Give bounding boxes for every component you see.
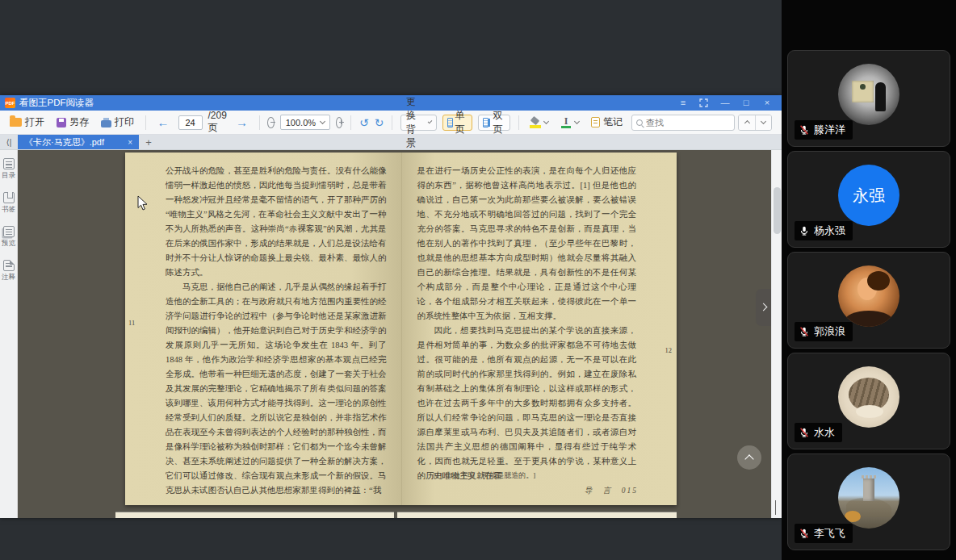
app-logo-icon: PDF xyxy=(5,98,15,108)
menu-icon[interactable]: ≡ xyxy=(678,98,688,107)
participant-tile[interactable]: 郭浪浪 xyxy=(787,252,950,349)
participant-name: 郭浪浪 xyxy=(814,324,845,339)
prev-page-button[interactable]: ← xyxy=(154,115,173,129)
save-as-label: 另存 xyxy=(69,115,89,129)
avatar-tower-shape xyxy=(863,479,874,501)
zoom-out-icon[interactable] xyxy=(267,117,274,128)
avatar xyxy=(838,366,899,428)
minimize-icon[interactable]: — xyxy=(720,98,730,107)
scroll-to-top-button[interactable] xyxy=(737,445,761,470)
close-icon[interactable]: × xyxy=(762,98,772,107)
toc-label: 目录 xyxy=(2,171,15,181)
participant-name-pill: 杨永强 xyxy=(795,221,853,240)
zoom-in-icon[interactable] xyxy=(336,117,342,128)
change-background-button[interactable]: 更换背景 xyxy=(400,115,437,131)
avatar-hair-shape xyxy=(867,271,890,290)
mic-muted-icon xyxy=(799,124,810,136)
footnote: [1][ 出处不明，可能是臆造的。] xyxy=(434,470,536,481)
next-page-button[interactable]: → xyxy=(233,115,251,129)
margin-number: 11 xyxy=(128,319,135,327)
new-tab-button[interactable]: + xyxy=(139,135,158,149)
double-page-button[interactable]: 双页 xyxy=(478,115,510,131)
underline-text-button[interactable]: I xyxy=(557,115,582,131)
participant-tile[interactable]: 永强 杨永强 xyxy=(787,151,950,248)
participant-panel: 滕洋洋 永强 杨永强 xyxy=(782,0,956,560)
participant-tile[interactable]: 李飞飞 xyxy=(787,453,950,550)
page-number-input[interactable] xyxy=(178,115,203,130)
tab-label: 《卡尔·马克思》.pdf xyxy=(24,136,123,148)
participant-name-pill: 郭浪浪 xyxy=(795,322,853,341)
rotate-right-icon[interactable]: ↻ xyxy=(375,116,384,129)
chevron-down-icon xyxy=(427,119,432,124)
flip-next-page-button[interactable] xyxy=(756,289,771,326)
avatar xyxy=(838,64,899,125)
separator xyxy=(392,115,392,130)
titlebar[interactable]: PDF 看图王PDF阅读器 ≡ — □ × xyxy=(0,95,782,111)
separator xyxy=(145,115,146,130)
rotate-left-icon[interactable]: ↺ xyxy=(359,116,369,129)
separator xyxy=(259,115,260,130)
sidebar-item-toc[interactable]: 目录 xyxy=(2,158,15,181)
pdf-reader-window: PDF 看图王PDF阅读器 ≡ — □ × 打开 另存 xyxy=(0,95,782,518)
paragraph: 公开战斗的危险，甚至是胜利的危险与责任。没有什么能像懦弱一样激起他的愤怒，因此他… xyxy=(166,164,387,280)
avatar-painting-shape xyxy=(852,81,874,102)
zoom-level-select[interactable]: 100.0% xyxy=(280,115,330,130)
next-page-top-left xyxy=(115,512,394,518)
single-page-icon xyxy=(447,118,453,127)
chevron-down-icon xyxy=(574,119,580,124)
page-spine-divider xyxy=(401,153,403,505)
paragraph: 马克思，据他自己的阐述，几乎是从偶然的缘起着手打造他的全新工具的；在与政府就只有… xyxy=(166,280,387,498)
sidebar-item-preview[interactable]: 预览 xyxy=(2,226,15,249)
search-input[interactable] xyxy=(646,118,719,127)
collapse-sidebar-icon[interactable]: ⟨| xyxy=(0,135,18,149)
note-button[interactable]: 笔记 xyxy=(588,113,626,132)
underline-text-icon: I xyxy=(560,117,572,128)
highlighter-button[interactable] xyxy=(526,115,551,131)
scrollbar-thumb[interactable] xyxy=(774,187,781,234)
avatar-initials: 永强 xyxy=(853,185,885,207)
page-spread: 11 公开战斗的危险，甚至是胜利的危险与责任。没有什么能像懦弱一样激起他的愤怒，… xyxy=(125,153,677,505)
preview-label: 预览 xyxy=(2,239,15,249)
save-as-button[interactable]: 另存 xyxy=(53,113,92,132)
print-button[interactable]: 打印 xyxy=(98,113,137,132)
chevron-down-icon xyxy=(543,119,549,124)
participant-tile[interactable]: 滕洋洋 xyxy=(787,50,950,147)
paragraph: 是在进行一场历史公正性的表演，是在向每个人归还他应得的东西”，据称他曾这样高尚地… xyxy=(417,164,637,324)
open-button[interactable]: 打开 xyxy=(6,113,48,132)
maximize-icon[interactable]: □ xyxy=(741,98,751,107)
sidebar-item-bookmarks[interactable]: 书签 xyxy=(2,192,15,215)
side-rail: 目录 书签 预览 注释 xyxy=(0,150,18,518)
note-icon xyxy=(591,117,600,127)
folder-icon xyxy=(10,118,22,127)
single-page-button[interactable]: 单页 xyxy=(442,115,472,131)
avatar-figure-shape xyxy=(875,82,886,111)
tab-karl-marx-pdf[interactable]: 《卡尔·马克思》.pdf × xyxy=(18,135,139,149)
fullscreen-icon[interactable] xyxy=(699,98,709,107)
participant-name: 水水 xyxy=(814,425,835,440)
participant-name-pill: 水水 xyxy=(795,423,842,442)
note-label: 笔记 xyxy=(603,115,623,129)
search-prev-button[interactable] xyxy=(739,115,755,130)
vertical-scrollbar[interactable] xyxy=(771,150,782,518)
toc-icon xyxy=(3,158,15,169)
participant-tile[interactable]: 水水 xyxy=(787,353,950,449)
page-left: 11 公开战斗的危险，甚至是胜利的危险与责任。没有什么能像懦弱一样激起他的愤怒，… xyxy=(125,153,401,505)
search-icon xyxy=(636,119,643,126)
page-right: 12 是在进行一场历史公正性的表演，是在向每个人归还他应得的东西”，据称他曾这样… xyxy=(401,153,677,505)
separator xyxy=(350,115,351,130)
tab-close-icon[interactable]: × xyxy=(128,138,132,147)
page-right-text: 是在进行一场历史公正性的表演，是在向每个人归还他应得的东西”，据称他曾这样高尚地… xyxy=(417,164,637,483)
search-input-wrap xyxy=(631,115,735,131)
chevron-down-icon xyxy=(320,119,325,124)
mouse-cursor xyxy=(137,195,149,211)
margin-number: 12 xyxy=(665,346,673,354)
tab-bar: ⟨| 《卡尔·马克思》.pdf × + xyxy=(0,135,782,149)
participant-name: 杨永强 xyxy=(814,224,845,238)
sidebar-item-annotations[interactable]: 注释 xyxy=(2,260,15,282)
window-title: 看图王PDF阅读器 xyxy=(19,97,678,109)
double-page-label: 双页 xyxy=(493,109,505,136)
change-background-label: 更换背景 xyxy=(406,95,425,150)
document-canvas[interactable]: 11 公开战斗的危险，甚至是胜利的危险与责任。没有什么能像懦弱一样激起他的愤怒，… xyxy=(18,150,771,518)
scrollbar-down-icon[interactable] xyxy=(775,500,776,515)
search-next-button[interactable] xyxy=(755,115,771,130)
